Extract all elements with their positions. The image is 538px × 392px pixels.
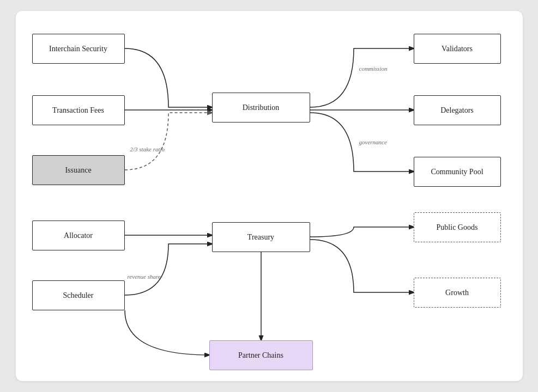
delegators-box: Delegators <box>414 95 501 125</box>
allocator-box: Allocator <box>32 220 125 250</box>
diagram-container: Interchain Security Transaction Fees Iss… <box>16 11 523 381</box>
community-pool-box: Community Pool <box>414 157 501 187</box>
transaction-fees-box: Transaction Fees <box>32 95 125 125</box>
treasury-box: Treasury <box>212 222 310 252</box>
revenue-share-label: revenue share <box>128 273 161 280</box>
commission-label: commission <box>359 65 388 72</box>
validators-box: Validators <box>414 34 501 64</box>
scheduler-box: Scheduler <box>32 280 125 310</box>
arrows-svg <box>16 11 523 381</box>
interchain-security-box: Interchain Security <box>32 34 125 64</box>
growth-box: Growth <box>414 278 501 308</box>
distribution-box: Distribution <box>212 93 310 122</box>
partner-chains-box: Partner Chains <box>209 340 313 370</box>
public-goods-box: Public Goods <box>414 212 501 242</box>
stake-ratio-label: 2/3 stake ratio <box>130 146 165 152</box>
governance-label: governance <box>359 139 387 145</box>
issuance-box: Issuance <box>32 155 125 185</box>
